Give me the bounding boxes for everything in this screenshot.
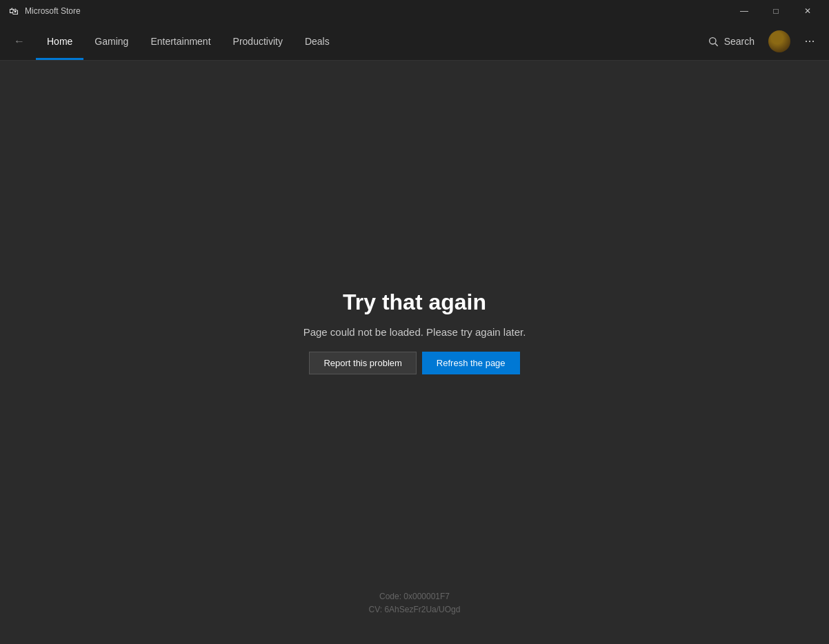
- refresh-page-button[interactable]: Refresh the page: [422, 352, 520, 374]
- error-container: Try that again Page could not be loaded.…: [303, 290, 526, 374]
- search-icon: [708, 36, 719, 47]
- back-button[interactable]: ←: [6, 28, 33, 55]
- app-title: Microsoft Store: [25, 6, 81, 16]
- maximize-button[interactable]: □: [760, 0, 792, 22]
- search-button[interactable]: Search: [699, 32, 763, 51]
- error-cv: CV: 6AhSezFr2Ua/UOgd: [369, 603, 461, 616]
- more-icon: ···: [804, 34, 815, 48]
- title-bar-left: 🛍 Microsoft Store: [8, 6, 81, 17]
- error-code: Code: 0x000001F7: [369, 590, 461, 603]
- minimize-button[interactable]: —: [728, 0, 760, 22]
- nav-item-productivity[interactable]: Productivity: [222, 22, 294, 60]
- error-title: Try that again: [343, 290, 486, 315]
- nav-items: Home Gaming Entertainment Productivity D…: [36, 22, 341, 60]
- title-bar-controls: — □ ✕: [728, 0, 823, 22]
- nav-item-entertainment[interactable]: Entertainment: [139, 22, 221, 60]
- report-problem-button[interactable]: Report this problem: [309, 352, 416, 374]
- more-options-button[interactable]: ···: [796, 28, 823, 55]
- close-button[interactable]: ✕: [792, 0, 823, 22]
- title-bar: 🛍 Microsoft Store — □ ✕: [0, 0, 829, 22]
- error-message: Page could not be loaded. Please try aga…: [303, 326, 526, 338]
- back-arrow-icon: ←: [14, 35, 25, 48]
- footer: Code: 0x000001F7 CV: 6AhSezFr2Ua/UOgd: [369, 590, 461, 616]
- app-icon: 🛍: [8, 6, 19, 17]
- nav-item-gaming[interactable]: Gaming: [83, 22, 139, 60]
- search-label: Search: [724, 36, 755, 47]
- svg-point-0: [709, 37, 715, 43]
- nav-item-deals[interactable]: Deals: [294, 22, 341, 60]
- error-buttons: Report this problem Refresh the page: [309, 352, 519, 374]
- svg-line-1: [715, 43, 718, 46]
- main-content: Try that again Page could not be loaded.…: [0, 61, 829, 644]
- nav-right: Search ···: [699, 28, 823, 55]
- nav-bar: ← Home Gaming Entertainment Productivity…: [0, 22, 829, 61]
- nav-item-home[interactable]: Home: [36, 22, 83, 60]
- user-avatar[interactable]: [768, 30, 790, 52]
- avatar-image: [768, 30, 790, 52]
